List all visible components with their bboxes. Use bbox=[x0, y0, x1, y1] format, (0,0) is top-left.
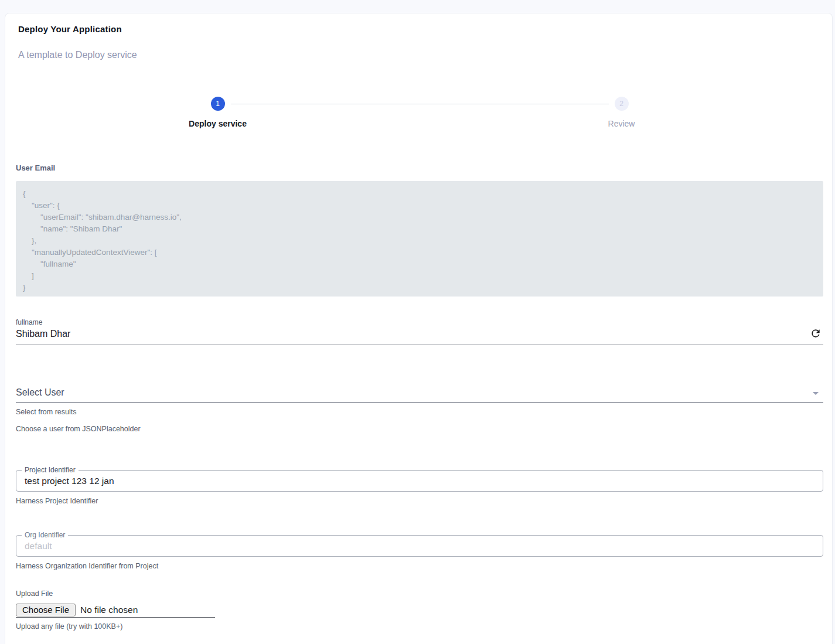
step-1-label: Deploy service bbox=[16, 119, 420, 128]
file-chosen-status: No file chosen bbox=[80, 605, 138, 615]
select-user-description: Choose a user from JSONPlaceholder bbox=[16, 425, 823, 433]
fullname-input[interactable] bbox=[16, 329, 806, 339]
chevron-down-icon bbox=[813, 392, 819, 395]
page-subtitle: A template to Deploy service bbox=[18, 50, 823, 60]
project-identifier-label: Project Identifier bbox=[22, 466, 79, 474]
user-email-code-viewer: { "user": { "userEmail": "shibam.dhar@ha… bbox=[16, 181, 823, 297]
select-user-dropdown[interactable]: Select User bbox=[16, 387, 823, 403]
user-email-label: User Email bbox=[16, 163, 823, 172]
upload-file-helper: Upload any file (try with 100KB+) bbox=[16, 622, 823, 631]
step-connector-line bbox=[231, 104, 609, 104]
fullname-input-row bbox=[16, 326, 823, 345]
project-identifier-field: Project Identifier bbox=[16, 470, 823, 492]
step-2-circle: 2 bbox=[615, 97, 629, 111]
org-identifier-field: Org Identifier bbox=[16, 535, 823, 557]
fullname-field: fullname bbox=[16, 318, 823, 345]
fullname-label: fullname bbox=[16, 318, 823, 326]
project-identifier-helper: Harness Project Identifier bbox=[16, 497, 823, 505]
deploy-form-card: Deploy Your Application A template to De… bbox=[5, 13, 833, 644]
upload-file-label: Upload File bbox=[16, 590, 823, 598]
stepper: 1 Deploy service 2 Review bbox=[16, 97, 823, 128]
project-identifier-input[interactable] bbox=[23, 476, 816, 486]
org-identifier-input[interactable] bbox=[23, 541, 816, 551]
org-identifier-helper: Harness Organization Identifier from Pro… bbox=[16, 562, 823, 570]
refresh-icon bbox=[810, 328, 822, 339]
select-user-helper: Select from results bbox=[16, 408, 823, 416]
choose-file-button[interactable]: Choose File bbox=[16, 604, 76, 616]
step-review[interactable]: 2 Review bbox=[420, 97, 823, 128]
page-title: Deploy Your Application bbox=[18, 24, 823, 34]
select-user-value: Select User bbox=[16, 387, 808, 398]
org-identifier-label: Org Identifier bbox=[22, 531, 68, 539]
step-2-label: Review bbox=[420, 119, 823, 128]
file-input[interactable]: Choose File No file chosen bbox=[16, 604, 215, 618]
user-email-json: { "user": { "userEmail": "shibam.dhar@ha… bbox=[23, 188, 816, 294]
step-deploy-service[interactable]: 1 Deploy service bbox=[16, 97, 420, 128]
refresh-button[interactable] bbox=[809, 328, 822, 340]
step-1-circle: 1 bbox=[211, 97, 225, 111]
